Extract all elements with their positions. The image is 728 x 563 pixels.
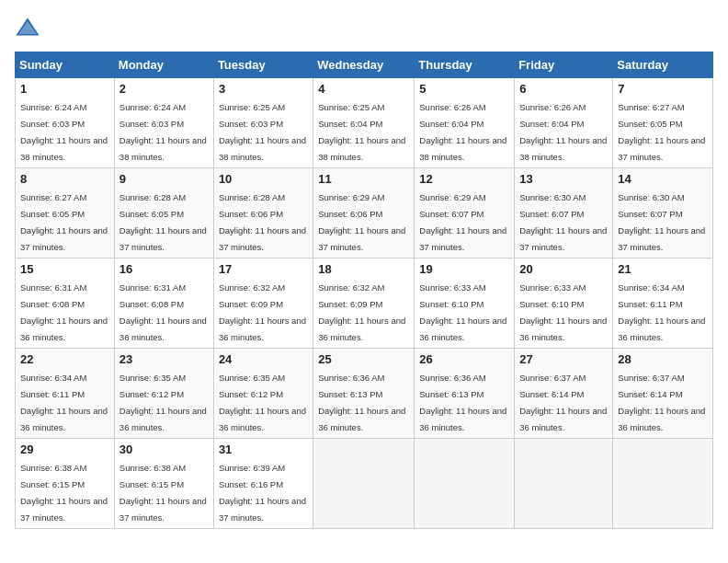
calendar-cell: 25 Sunrise: 6:36 AMSunset: 6:13 PMDaylig… (313, 349, 415, 439)
day-number: 9 (119, 172, 209, 186)
day-number: 28 (618, 352, 708, 366)
col-header-sunday: Sunday (16, 52, 115, 78)
day-info: Sunrise: 6:29 AMSunset: 6:07 PMDaylight:… (419, 192, 506, 252)
day-number: 10 (219, 172, 308, 186)
col-header-wednesday: Wednesday (313, 52, 415, 78)
calendar-header-row: SundayMondayTuesdayWednesdayThursdayFrid… (16, 52, 713, 78)
day-info: Sunrise: 6:33 AMSunset: 6:10 PMDaylight:… (419, 282, 506, 342)
calendar-cell: 16 Sunrise: 6:31 AMSunset: 6:08 PMDaylig… (114, 259, 213, 349)
day-number: 3 (219, 82, 308, 96)
day-number: 17 (219, 262, 308, 276)
calendar-cell: 2 Sunrise: 6:24 AMSunset: 6:03 PMDayligh… (114, 78, 213, 168)
day-number: 6 (519, 82, 608, 96)
col-header-tuesday: Tuesday (213, 52, 313, 78)
calendar-cell: 12 Sunrise: 6:29 AMSunset: 6:07 PMDaylig… (415, 168, 515, 259)
calendar-cell (415, 439, 515, 529)
col-header-saturday: Saturday (613, 52, 713, 78)
day-number: 24 (219, 352, 308, 366)
day-number: 8 (20, 172, 109, 186)
day-info: Sunrise: 6:36 AMSunset: 6:13 PMDaylight:… (419, 373, 506, 432)
day-info: Sunrise: 6:30 AMSunset: 6:07 PMDaylight:… (618, 192, 705, 252)
calendar-cell: 5 Sunrise: 6:26 AMSunset: 6:04 PMDayligh… (415, 78, 515, 168)
day-number: 30 (119, 442, 209, 456)
day-info: Sunrise: 6:34 AMSunset: 6:11 PMDaylight:… (618, 282, 705, 342)
day-info: Sunrise: 6:26 AMSunset: 6:04 PMDaylight:… (419, 102, 506, 162)
calendar-cell: 7 Sunrise: 6:27 AMSunset: 6:05 PMDayligh… (613, 78, 713, 168)
week-row-1: 1 Sunrise: 6:24 AMSunset: 6:03 PMDayligh… (16, 78, 713, 168)
calendar-cell: 18 Sunrise: 6:32 AMSunset: 6:09 PMDaylig… (313, 259, 415, 349)
day-number: 7 (618, 82, 708, 96)
day-info: Sunrise: 6:28 AMSunset: 6:06 PMDaylight:… (219, 192, 306, 252)
calendar-cell: 14 Sunrise: 6:30 AMSunset: 6:07 PMDaylig… (613, 168, 713, 259)
calendar-cell: 15 Sunrise: 6:31 AMSunset: 6:08 PMDaylig… (16, 259, 115, 349)
calendar-cell: 20 Sunrise: 6:33 AMSunset: 6:10 PMDaylig… (515, 259, 613, 349)
calendar-cell (313, 439, 415, 529)
calendar-cell: 8 Sunrise: 6:27 AMSunset: 6:05 PMDayligh… (16, 168, 115, 259)
day-info: Sunrise: 6:29 AMSunset: 6:06 PMDaylight:… (318, 192, 405, 252)
day-number: 23 (119, 352, 209, 366)
day-info: Sunrise: 6:35 AMSunset: 6:12 PMDaylight:… (119, 373, 207, 432)
calendar-cell: 28 Sunrise: 6:37 AMSunset: 6:14 PMDaylig… (613, 349, 713, 439)
day-number: 5 (419, 82, 509, 96)
calendar-cell: 19 Sunrise: 6:33 AMSunset: 6:10 PMDaylig… (415, 259, 515, 349)
day-number: 25 (318, 352, 409, 366)
col-header-thursday: Thursday (415, 52, 515, 78)
day-number: 18 (318, 262, 409, 276)
day-info: Sunrise: 6:38 AMSunset: 6:15 PMDaylight:… (20, 463, 108, 523)
day-info: Sunrise: 6:31 AMSunset: 6:08 PMDaylight:… (20, 282, 108, 342)
day-number: 2 (119, 82, 209, 96)
day-number: 12 (419, 172, 509, 186)
calendar-cell: 11 Sunrise: 6:29 AMSunset: 6:06 PMDaylig… (313, 168, 415, 259)
day-info: Sunrise: 6:24 AMSunset: 6:03 PMDaylight:… (119, 102, 207, 162)
day-number: 31 (219, 442, 308, 456)
calendar-cell: 3 Sunrise: 6:25 AMSunset: 6:03 PMDayligh… (213, 78, 313, 168)
calendar-cell (515, 439, 613, 529)
logo (15, 15, 44, 40)
week-row-4: 22 Sunrise: 6:34 AMSunset: 6:11 PMDaylig… (16, 349, 713, 439)
day-info: Sunrise: 6:30 AMSunset: 6:07 PMDaylight:… (519, 192, 607, 252)
day-info: Sunrise: 6:35 AMSunset: 6:12 PMDaylight:… (219, 373, 306, 432)
day-info: Sunrise: 6:27 AMSunset: 6:05 PMDaylight:… (618, 102, 705, 162)
day-info: Sunrise: 6:25 AMSunset: 6:03 PMDaylight:… (219, 102, 306, 162)
day-info: Sunrise: 6:27 AMSunset: 6:05 PMDaylight:… (20, 192, 108, 252)
calendar-cell: 10 Sunrise: 6:28 AMSunset: 6:06 PMDaylig… (213, 168, 313, 259)
day-number: 26 (419, 352, 509, 366)
day-info: Sunrise: 6:39 AMSunset: 6:16 PMDaylight:… (219, 463, 306, 523)
calendar: SundayMondayTuesdayWednesdayThursdayFrid… (15, 52, 713, 529)
calendar-cell: 17 Sunrise: 6:32 AMSunset: 6:09 PMDaylig… (213, 259, 313, 349)
calendar-cell: 27 Sunrise: 6:37 AMSunset: 6:14 PMDaylig… (515, 349, 613, 439)
calendar-cell: 1 Sunrise: 6:24 AMSunset: 6:03 PMDayligh… (16, 78, 115, 168)
day-info: Sunrise: 6:24 AMSunset: 6:03 PMDaylight:… (20, 102, 108, 162)
day-info: Sunrise: 6:32 AMSunset: 6:09 PMDaylight:… (318, 282, 405, 342)
day-number: 19 (419, 262, 509, 276)
day-info: Sunrise: 6:33 AMSunset: 6:10 PMDaylight:… (519, 282, 607, 342)
calendar-cell: 23 Sunrise: 6:35 AMSunset: 6:12 PMDaylig… (114, 349, 213, 439)
day-number: 21 (618, 262, 708, 276)
calendar-cell: 21 Sunrise: 6:34 AMSunset: 6:11 PMDaylig… (613, 259, 713, 349)
week-row-5: 29 Sunrise: 6:38 AMSunset: 6:15 PMDaylig… (16, 439, 713, 529)
day-info: Sunrise: 6:32 AMSunset: 6:09 PMDaylight:… (219, 282, 306, 342)
calendar-cell: 4 Sunrise: 6:25 AMSunset: 6:04 PMDayligh… (313, 78, 415, 168)
calendar-cell: 24 Sunrise: 6:35 AMSunset: 6:12 PMDaylig… (213, 349, 313, 439)
calendar-cell: 30 Sunrise: 6:38 AMSunset: 6:15 PMDaylig… (114, 439, 213, 529)
day-number: 15 (20, 262, 109, 276)
calendar-cell: 6 Sunrise: 6:26 AMSunset: 6:04 PMDayligh… (515, 78, 613, 168)
day-number: 22 (20, 352, 109, 366)
day-number: 29 (20, 442, 109, 456)
day-info: Sunrise: 6:34 AMSunset: 6:11 PMDaylight:… (20, 373, 108, 432)
day-info: Sunrise: 6:37 AMSunset: 6:14 PMDaylight:… (519, 373, 607, 432)
calendar-cell: 26 Sunrise: 6:36 AMSunset: 6:13 PMDaylig… (415, 349, 515, 439)
calendar-cell: 31 Sunrise: 6:39 AMSunset: 6:16 PMDaylig… (213, 439, 313, 529)
calendar-cell: 22 Sunrise: 6:34 AMSunset: 6:11 PMDaylig… (16, 349, 115, 439)
calendar-cell: 29 Sunrise: 6:38 AMSunset: 6:15 PMDaylig… (16, 439, 115, 529)
day-info: Sunrise: 6:38 AMSunset: 6:15 PMDaylight:… (119, 463, 207, 523)
week-row-2: 8 Sunrise: 6:27 AMSunset: 6:05 PMDayligh… (16, 168, 713, 259)
header (15, 15, 713, 40)
day-info: Sunrise: 6:31 AMSunset: 6:08 PMDaylight:… (119, 282, 207, 342)
day-info: Sunrise: 6:36 AMSunset: 6:13 PMDaylight:… (318, 373, 405, 432)
day-number: 1 (20, 82, 109, 96)
day-number: 20 (519, 262, 608, 276)
logo-icon (15, 15, 40, 40)
day-number: 11 (318, 172, 409, 186)
day-number: 16 (119, 262, 209, 276)
